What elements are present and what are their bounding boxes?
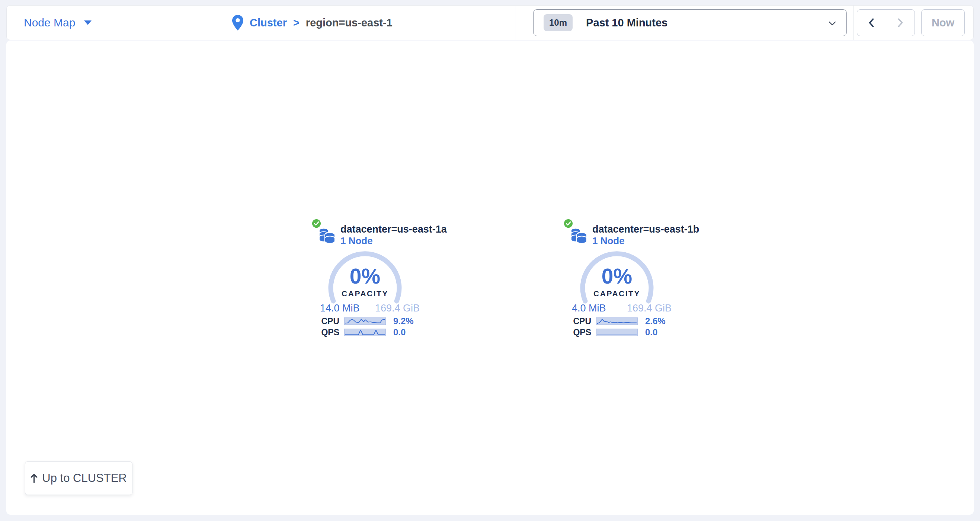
header-divider [853,6,854,40]
qps-sparkline [596,328,638,336]
node-map-canvas: datacenter=us-east-1a 1 Node 0% CAPACITY… [6,41,974,515]
capacity-percent: 0% [576,265,658,287]
datacenter-title: datacenter=us-east-1a [340,223,447,235]
chevron-right-icon [897,18,904,27]
breadcrumb-current: region=us-east-1 [306,17,393,29]
time-range-dropdown[interactable]: 10m Past 10 Minutes [533,9,847,36]
cpu-label: CPU [312,316,339,327]
datacenter-node-count: 1 Node [592,235,699,246]
now-button[interactable]: Now [921,9,965,36]
cpu-sparkline [596,317,638,325]
time-nav-group [857,9,915,36]
chevron-down-icon [829,21,836,25]
capacity-total-value: 169.4 GiB [375,303,420,313]
capacity-total-value: 169.4 GiB [627,303,671,313]
capacity-percent: 0% [324,265,406,287]
qps-value: 0.0 [645,327,657,338]
healthy-check-icon [312,218,321,228]
capacity-used-value: 14.0 MiB [320,303,360,313]
view-selector-dropdown[interactable]: Node Map [24,6,92,40]
qps-metric-row: QPS 0.0 [563,328,675,336]
database-stack-icon [319,226,335,244]
breadcrumb: Cluster > region=us-east-1 [232,6,393,40]
time-range-label: Past 10 Minutes [586,17,667,29]
header-divider [515,6,516,40]
time-prev-button[interactable] [857,10,886,36]
capacity-caption: CAPACITY [324,290,406,298]
qps-metric-row: QPS 0.0 [312,328,423,336]
breadcrumb-cluster-link[interactable]: Cluster [250,17,287,29]
datacenter-node-count: 1 Node [340,235,447,246]
up-to-cluster-button[interactable]: Up to CLUSTER [25,462,132,495]
capacity-caption: CAPACITY [576,290,658,298]
breadcrumb-separator: > [293,17,299,29]
cpu-sparkline [344,317,386,325]
qps-label: QPS [563,328,591,338]
cpu-metric-row: CPU 9.2% [312,317,423,325]
cpu-label: CPU [563,316,591,327]
datacenter-card[interactable]: datacenter=us-east-1b 1 Node 0% CAPACITY… [563,218,682,348]
cpu-value: 9.2% [393,316,414,327]
capacity-used-value: 4.0 MiB [572,303,606,313]
database-stack-icon [571,226,587,244]
map-pin-icon [232,15,243,30]
datacenter-card[interactable]: datacenter=us-east-1a 1 Node 0% CAPACITY… [312,218,431,348]
cpu-metric-row: CPU 2.6% [563,317,675,325]
arrow-up-icon [30,474,38,483]
healthy-check-icon [563,218,573,228]
qps-sparkline [344,328,386,336]
chevron-left-icon [869,18,874,27]
up-to-cluster-label: Up to CLUSTER [42,472,127,485]
header-bar: Node Map Cluster > region=us-east-1 10m … [6,5,974,40]
caret-down-icon [84,21,92,25]
view-selector-label: Node Map [24,16,75,29]
datacenter-title: datacenter=us-east-1b [592,223,699,235]
time-range-badge: 10m [544,14,573,31]
time-next-button[interactable] [886,10,915,36]
qps-value: 0.0 [393,327,406,338]
qps-label: QPS [312,328,339,338]
cpu-value: 2.6% [645,316,666,327]
